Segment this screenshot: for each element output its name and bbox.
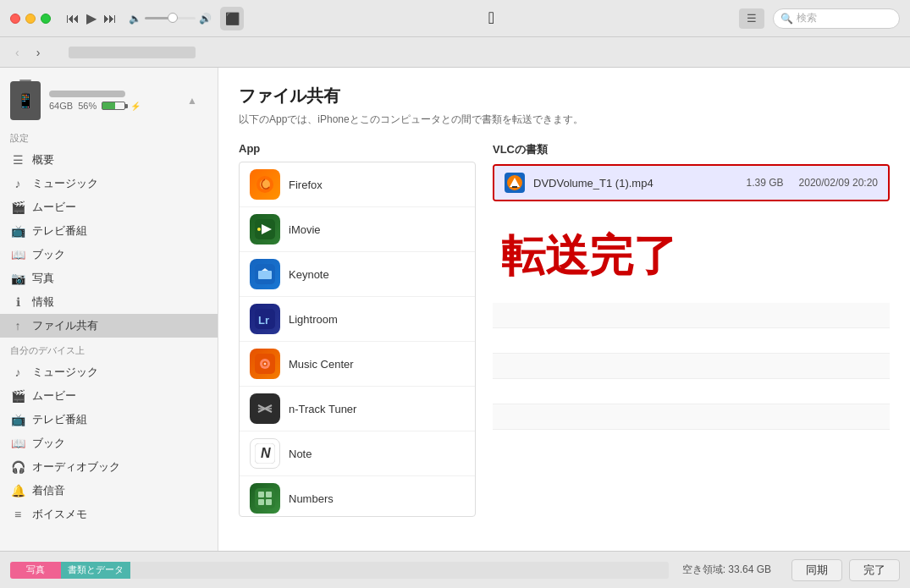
keynote-icon xyxy=(250,259,280,289)
traffic-lights xyxy=(10,14,51,24)
doc-item[interactable]: DVDVolume_T1 (1).mp4 1.39 GB 2020/02/09 … xyxy=(494,166,888,200)
imovie-icon xyxy=(250,214,280,245)
app-name: Firefox xyxy=(289,179,323,191)
app-item-imovie[interactable]: iMovie xyxy=(240,207,475,252)
app-name: n-Track Tuner xyxy=(289,403,356,415)
list-view-button[interactable]: ☰ xyxy=(739,8,764,29)
app-section-header: App xyxy=(239,142,476,155)
sidebar-item-overview[interactable]: ☰ 概要 xyxy=(0,148,218,172)
done-button[interactable]: 完了 xyxy=(849,559,900,581)
forward-button[interactable]: › xyxy=(31,44,46,61)
battery-charge-icon: ⚡ xyxy=(130,102,141,111)
app-name: Music Center xyxy=(289,358,354,371)
volume-slider[interactable]: 🔈 🔊 xyxy=(129,13,212,25)
app-item-ntrack[interactable]: n-Track Tuner xyxy=(240,387,475,431)
fast-forward-button[interactable]: ⏭ xyxy=(103,11,117,26)
app-name: Lightroom xyxy=(289,313,338,326)
sidebar-item-label: ボイスメモ xyxy=(32,507,87,522)
sidebar-item-d-music[interactable]: ♪ ミュージック xyxy=(0,360,218,384)
sidebar-item-d-audiobook[interactable]: 🎧 オーディオブック xyxy=(0,455,218,479)
app-item-firefox[interactable]: Firefox xyxy=(240,162,475,207)
sidebar-item-label: テレビ番組 xyxy=(32,223,87,239)
tv-icon: 📺 xyxy=(10,224,25,238)
empty-row xyxy=(493,303,890,328)
play-button[interactable]: ▶ xyxy=(86,10,97,26)
docs-section: VLCの書類 DVDVolume_T1 (1).mp4 1.39 GB xyxy=(493,142,890,532)
storage-photos: 写真 xyxy=(10,562,61,579)
bottom-bar: 写真 書類とデータ 空き領域: 33.64 GB 同期 完了 xyxy=(0,551,910,588)
sidebar-item-label: テレビ番組 xyxy=(32,412,87,427)
page-subtitle: 以下のAppでは、iPhoneとこのコンピュータとの間で書類を転送できます。 xyxy=(239,113,890,127)
sidebar-item-label: 概要 xyxy=(32,152,54,168)
app-item-lightroom[interactable]: Lr Lightroom xyxy=(240,297,475,342)
app-name: Note xyxy=(289,448,312,460)
storage-data: 書類とデータ xyxy=(61,562,130,579)
svg-text:Lr: Lr xyxy=(258,314,269,327)
numbers-icon xyxy=(250,483,280,514)
app-item-keynote[interactable]: Keynote xyxy=(240,252,475,297)
app-item-note[interactable]: N Note xyxy=(240,431,475,476)
rewind-button[interactable]: ⏮ xyxy=(66,11,80,26)
d-tv-icon: 📺 xyxy=(10,413,25,426)
d-audiobook-icon: 🎧 xyxy=(10,460,25,474)
sidebar-item-photo[interactable]: 📷 写真 xyxy=(0,267,218,290)
svg-rect-23 xyxy=(258,499,264,505)
svg-text:N: N xyxy=(261,446,271,460)
sidebar-item-movie[interactable]: 🎬 ムービー xyxy=(0,195,218,219)
volume-knob[interactable] xyxy=(168,13,178,23)
search-placeholder: 検索 xyxy=(797,11,817,25)
airplay-icon: ⬛ xyxy=(225,12,240,25)
sidebar-item-music[interactable]: ♪ ミュージック xyxy=(0,172,218,195)
search-box[interactable]: 🔍 検索 xyxy=(773,8,900,29)
device-header: 📱 64GB 56% ⚡ ▲ xyxy=(0,76,218,125)
app-item-numbers[interactable]: Numbers xyxy=(240,476,475,517)
empty-row xyxy=(493,354,890,379)
sidebar-item-book[interactable]: 📖 ブック xyxy=(0,243,218,267)
svg-rect-6 xyxy=(258,271,272,279)
airplay-button[interactable]: ⬛ xyxy=(220,7,244,30)
close-button[interactable] xyxy=(10,14,20,24)
empty-docs-area xyxy=(493,303,890,430)
sidebar-item-label: ミュージック xyxy=(32,365,98,380)
sidebar-item-label: 着信音 xyxy=(32,483,65,498)
sidebar-item-d-ringtone[interactable]: 🔔 着信音 xyxy=(0,479,218,503)
transport-controls: ⏮ ▶ ⏭ xyxy=(66,10,117,26)
battery-tip xyxy=(125,104,128,108)
volume-line[interactable] xyxy=(145,17,196,19)
nav-progress-bar xyxy=(69,47,196,58)
svg-point-13 xyxy=(264,363,267,365)
sidebar-item-d-movie[interactable]: 🎬 ムービー xyxy=(0,384,218,408)
d-book-icon: 📖 xyxy=(10,437,25,450)
sync-button[interactable]: 同期 xyxy=(791,559,842,581)
search-icon: 🔍 xyxy=(780,13,793,25)
device-name-bar xyxy=(49,91,125,97)
overview-icon: ☰ xyxy=(10,153,25,167)
sidebar-item-fileshare[interactable]: ↑ ファイル共有 xyxy=(0,314,218,338)
sidebar-item-tv[interactable]: 📺 テレビ番組 xyxy=(0,219,218,243)
sidebar-mydevice-label: 自分のデバイス上 xyxy=(0,338,218,360)
svg-rect-20 xyxy=(255,488,275,508)
sidebar-item-d-book[interactable]: 📖 ブック xyxy=(0,431,218,455)
app-name: iMovie xyxy=(289,223,321,236)
back-button[interactable]: ‹ xyxy=(10,44,25,61)
note-icon: N xyxy=(250,438,280,469)
device-storage: 64GB xyxy=(49,101,73,111)
docs-section-header: VLCの書類 xyxy=(493,142,890,157)
sidebar-item-label: 情報 xyxy=(32,294,54,310)
sidebar-item-label: オーディオブック xyxy=(32,459,120,475)
book-icon: 📖 xyxy=(10,248,25,261)
sidebar-item-d-voicememo[interactable]: ≡ ボイスメモ xyxy=(0,503,218,526)
app-item-music-center[interactable]: Music Center xyxy=(240,342,475,387)
maximize-button[interactable] xyxy=(41,14,51,24)
d-music-icon: ♪ xyxy=(10,365,25,379)
apple-logo:  xyxy=(252,8,731,28)
svg-point-4 xyxy=(257,228,261,231)
minimize-button[interactable] xyxy=(25,14,36,24)
list-icon: ☰ xyxy=(747,12,757,25)
sidebar-item-label: ミュージック xyxy=(32,176,98,191)
sidebar-item-info[interactable]: ℹ 情報 xyxy=(0,290,218,314)
battery-bar xyxy=(102,102,125,110)
sidebar-item-d-tv[interactable]: 📺 テレビ番組 xyxy=(0,408,218,431)
volume-max-icon: 🔊 xyxy=(199,13,212,25)
doc-filename: DVDVolume_T1 (1).mp4 xyxy=(533,177,738,190)
